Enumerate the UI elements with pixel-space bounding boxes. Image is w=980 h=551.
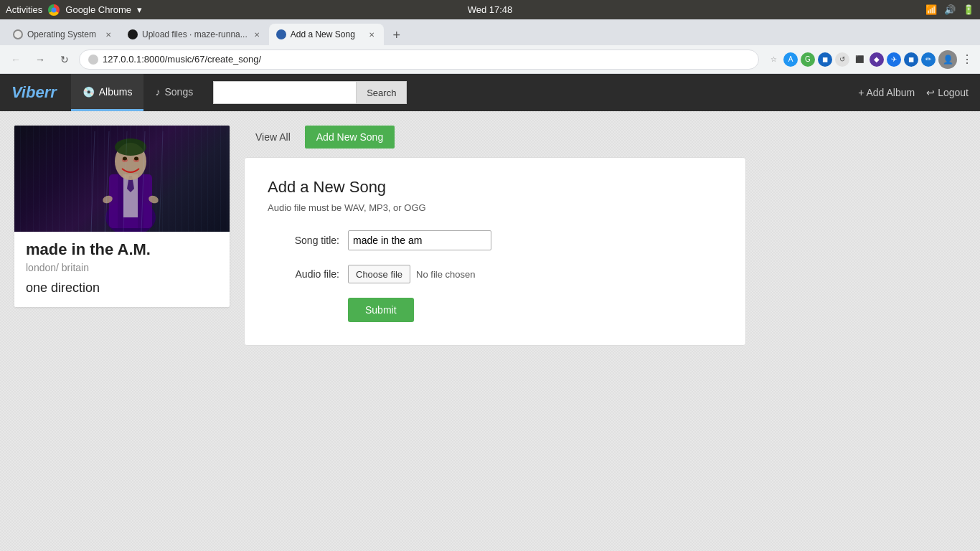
wifi-icon: 📶 (925, 4, 937, 15)
submit-button[interactable]: Submit (348, 298, 414, 322)
file-input-wrapper: Choose file No file chosen (348, 265, 475, 283)
user-avatar[interactable]: 👤 (938, 50, 957, 69)
album-cover-art (88, 131, 174, 232)
logout-label: Logout (938, 87, 969, 98)
app-logo[interactable]: Viberr (11, 83, 57, 102)
tab-favicon-github (128, 29, 138, 39)
ext5[interactable]: ⬛ (852, 52, 867, 67)
browser-tabs: Operating System ✕ Upload files · maze-r… (0, 19, 980, 45)
album-info: made in the A.M. london/ britain one dir… (14, 232, 230, 307)
ext1[interactable]: A (783, 52, 798, 67)
address-bar-container: ← → ↻ 127.0.0.1:8000/music/67/create_son… (0, 45, 980, 74)
tab-view-all[interactable]: View All (244, 126, 302, 149)
nav-songs[interactable]: ♪ Songs (143, 74, 204, 111)
album-subtitle: london/ britain (26, 262, 218, 273)
svg-line-14 (91, 131, 95, 232)
volume-icon: 🔊 (944, 4, 956, 15)
browser-label: Google Chrome (65, 4, 131, 15)
ext4[interactable]: ↺ (835, 52, 849, 67)
ext8[interactable]: ◼ (904, 52, 918, 67)
main-area: View All Add New Song Add a New Song Aud… (244, 126, 966, 346)
tab-label-add-song: Add a New Song (291, 29, 355, 39)
browser-extensions: ☆ A G ◼ ↺ ⬛ ◆ ✈ ◼ ✏ 👤 ⋮ (766, 50, 974, 69)
audio-file-row: Audio file: Choose file No file chosen (268, 265, 722, 283)
app-navbar: Viberr 💿 Albums ♪ Songs Search + Add Alb… (0, 74, 980, 111)
nav-albums[interactable]: 💿 Albums (71, 74, 144, 111)
choose-file-button[interactable]: Choose file (348, 265, 410, 283)
nav-songs-label: Songs (164, 86, 193, 98)
ext9[interactable]: ✏ (921, 52, 936, 67)
nav-albums-label: Albums (99, 86, 133, 98)
os-time: Wed 17:48 (468, 4, 513, 15)
tab-favicon-viber (276, 29, 286, 39)
svg-rect-2 (118, 174, 123, 228)
svg-line-18 (159, 131, 163, 232)
tab-label-github: Upload files · maze-runna... (142, 29, 248, 39)
logout-link[interactable]: ↩ Logout (926, 87, 969, 98)
tab-favicon-os (13, 29, 23, 39)
tab-github[interactable]: Upload files · maze-runna... ✕ (121, 24, 269, 45)
ext7[interactable]: ✈ (887, 52, 901, 67)
dropdown-arrow[interactable]: ▾ (137, 4, 142, 15)
tab-close-github[interactable]: ✕ (252, 29, 262, 39)
tab-close-os[interactable]: ✕ (103, 29, 113, 39)
logout-icon: ↩ (926, 87, 935, 98)
address-bar[interactable]: 127.0.0.1:8000/music/67/create_song/ (79, 50, 759, 70)
menu-button[interactable]: ⋮ (960, 52, 974, 67)
album-card: made in the A.M. london/ britain one dir… (14, 126, 230, 307)
album-artist: one direction (26, 281, 218, 296)
album-title: made in the A.M. (26, 240, 218, 259)
page-content: made in the A.M. london/ britain one dir… (0, 111, 980, 551)
tab-label-os: Operating System (27, 29, 96, 39)
song-title-row: Song title: (268, 230, 722, 250)
bookmark-icon[interactable]: ☆ (766, 52, 781, 67)
forward-button[interactable]: → (30, 50, 50, 70)
page-tabs: View All Add New Song (244, 126, 966, 149)
songs-icon: ♪ (155, 86, 160, 98)
audio-file-label: Audio file: (268, 268, 339, 280)
song-title-input[interactable] (348, 230, 491, 250)
tab-operating-system[interactable]: Operating System ✕ (6, 24, 121, 45)
chrome-icon (48, 4, 60, 16)
form-subtitle: Audio file must be WAV, MP3, or OGG (268, 202, 722, 213)
os-bar: Activities Google Chrome ▾ Wed 17:48 📶 🔊… (0, 0, 980, 19)
tab-close-add-song[interactable]: ✕ (367, 29, 377, 39)
search-button[interactable]: Search (357, 81, 407, 104)
url-text: 127.0.0.1:8000/music/67/create_song/ (103, 54, 261, 65)
nav-search: Search (213, 81, 407, 104)
albums-icon: 💿 (83, 86, 95, 98)
site-favicon (88, 55, 98, 65)
song-title-label: Song title: (268, 235, 339, 246)
tab-add-new-song[interactable]: Add New Song (305, 126, 395, 149)
no-file-text: No file chosen (416, 269, 475, 280)
form-title: Add a New Song (268, 178, 722, 197)
ext3[interactable]: ◼ (818, 52, 832, 67)
svg-point-11 (134, 157, 138, 161)
activities-label[interactable]: Activities (6, 4, 42, 15)
ext6[interactable]: ◆ (870, 52, 884, 67)
back-button[interactable]: ← (6, 50, 26, 70)
tab-add-song[interactable]: Add a New Song ✕ (269, 24, 384, 45)
new-tab-button[interactable]: + (387, 25, 407, 45)
add-song-form-card: Add a New Song Audio file must be WAV, M… (244, 157, 746, 346)
nav-right: + Add Album ↩ Logout (858, 87, 969, 98)
svg-point-7 (115, 138, 146, 156)
album-image (14, 126, 230, 232)
reload-button[interactable]: ↻ (55, 50, 75, 70)
search-input[interactable] (213, 81, 357, 104)
battery-icon: 🔋 (963, 4, 974, 15)
ext2[interactable]: G (801, 52, 815, 67)
add-album-link[interactable]: + Add Album (858, 87, 915, 98)
